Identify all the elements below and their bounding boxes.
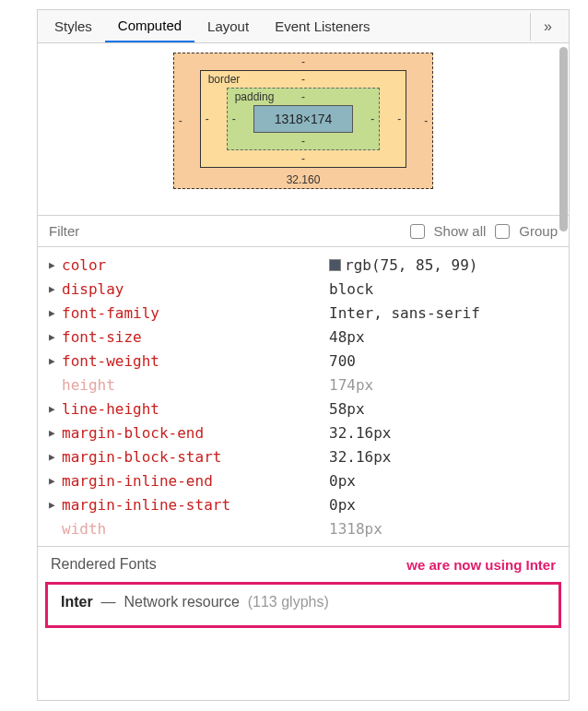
expand-triangle-icon[interactable]: ▶ xyxy=(49,403,62,415)
tabs-overflow[interactable]: » xyxy=(530,13,565,41)
property-row[interactable]: ▶colorrgb(75, 85, 99) xyxy=(38,253,569,277)
filter-bar: Show all Group xyxy=(38,216,569,247)
border-label: border xyxy=(208,73,241,86)
annotation-text: we are now using Inter xyxy=(406,557,556,573)
expand-triangle-icon[interactable]: ▶ xyxy=(49,355,62,367)
property-value: Inter, sans-serif xyxy=(329,304,480,322)
margin-top-value: - xyxy=(301,55,305,68)
tab-styles[interactable]: Styles xyxy=(41,11,105,41)
property-row[interactable]: ▶margin-inline-end0px xyxy=(38,468,569,492)
property-value: 0px xyxy=(329,496,356,514)
border-bottom-value: - xyxy=(301,152,305,165)
property-value: rgb(75, 85, 99) xyxy=(329,256,478,274)
property-row[interactable]: ▶font-weight700 xyxy=(38,349,569,373)
property-row[interactable]: height174px xyxy=(38,373,569,397)
property-name: width xyxy=(62,520,329,538)
margin-bottom-value: 32.160 xyxy=(287,173,321,186)
computed-property-list: ▶colorrgb(75, 85, 99)▶displayblock▶font-… xyxy=(38,247,569,546)
font-source: Network resource xyxy=(123,594,239,610)
property-name: display xyxy=(62,280,329,298)
border-top-value: - xyxy=(301,73,305,86)
property-row[interactable]: ▶margin-block-start32.16px xyxy=(38,444,569,468)
showall-checkbox[interactable] xyxy=(410,224,425,239)
padding-top-value: - xyxy=(301,90,305,103)
scrollbar-track xyxy=(559,47,568,691)
property-row[interactable]: ▶line-height58px xyxy=(38,397,569,421)
tab-computed[interactable]: Computed xyxy=(105,10,194,42)
font-sep: — xyxy=(101,594,116,610)
group-checkbox[interactable] xyxy=(495,224,510,239)
margin-right-value: - xyxy=(424,114,428,127)
border-right-value: - xyxy=(397,113,401,125)
property-value: 32.16px xyxy=(329,448,391,466)
property-value: 174px xyxy=(329,376,373,394)
property-name: font-family xyxy=(62,304,329,322)
property-row[interactable]: ▶font-size48px xyxy=(38,325,569,349)
box-model-content: 1318×174 xyxy=(253,105,354,133)
expand-triangle-icon[interactable]: ▶ xyxy=(49,451,62,463)
property-value: 1318px xyxy=(329,520,382,538)
property-row[interactable]: ▶displayblock xyxy=(38,277,569,301)
expand-triangle-icon[interactable]: ▶ xyxy=(49,331,62,343)
font-name: Inter xyxy=(61,594,93,610)
font-glyphs: (113 glyphs) xyxy=(243,594,329,610)
property-value: 0px xyxy=(329,472,356,490)
devtools-panel: Styles Computed Layout Event Listeners »… xyxy=(37,9,570,701)
rendered-fonts-label: Rendered Fonts xyxy=(51,556,157,573)
property-name: margin-block-end xyxy=(62,424,329,442)
property-name: height xyxy=(62,376,329,394)
box-model-border: border - - - - padding - - - - 1318×174 xyxy=(200,70,407,168)
expand-triangle-icon[interactable]: ▶ xyxy=(49,499,62,511)
property-name: font-size xyxy=(62,328,329,346)
property-name: margin-inline-start xyxy=(62,496,329,514)
box-model-margin: - - - 32.160 border - - - - padding - - … xyxy=(173,53,434,189)
padding-label: padding xyxy=(235,90,275,103)
showall-label: Show all xyxy=(434,223,487,239)
margin-left-value: - xyxy=(179,114,182,127)
expand-triangle-icon[interactable]: ▶ xyxy=(49,307,62,319)
border-left-value: - xyxy=(206,113,209,125)
filter-input[interactable] xyxy=(49,223,401,239)
padding-right-value: - xyxy=(370,113,374,125)
property-name: margin-inline-end xyxy=(62,472,329,490)
scrollbar-thumb[interactable] xyxy=(559,47,568,231)
tab-layout[interactable]: Layout xyxy=(194,11,262,41)
property-name: line-height xyxy=(62,400,329,418)
padding-left-value: - xyxy=(232,113,236,125)
property-row[interactable]: ▶margin-block-end32.16px xyxy=(38,421,569,444)
expand-triangle-icon[interactable]: ▶ xyxy=(49,283,62,295)
property-name: font-weight xyxy=(62,352,329,370)
box-model-diagram: - - - 32.160 border - - - - padding - - … xyxy=(38,43,569,215)
property-value: 32.16px xyxy=(329,424,391,442)
property-value: 48px xyxy=(329,328,365,346)
tab-event-listeners[interactable]: Event Listeners xyxy=(262,11,382,41)
expand-triangle-icon[interactable]: ▶ xyxy=(49,475,62,487)
padding-bottom-value: - xyxy=(301,135,305,148)
property-value: block xyxy=(329,280,373,298)
box-model-padding: padding - - - - 1318×174 xyxy=(227,88,381,150)
property-row[interactable]: ▶margin-inline-start0px xyxy=(38,492,569,516)
property-value: 700 xyxy=(329,352,356,370)
expand-triangle-icon[interactable]: ▶ xyxy=(49,259,62,271)
property-name: color xyxy=(62,256,329,274)
property-row[interactable]: width1318px xyxy=(38,516,569,540)
property-name: margin-block-start xyxy=(62,448,329,466)
expand-triangle-icon[interactable]: ▶ xyxy=(49,427,62,439)
group-label: Group xyxy=(519,223,558,239)
rendered-font-row: Inter — Network resource (113 glyphs) xyxy=(45,582,561,628)
property-value: 58px xyxy=(329,400,365,418)
rendered-fonts-heading: Rendered Fonts we are now using Inter xyxy=(38,546,569,578)
property-row[interactable]: ▶font-familyInter, sans-serif xyxy=(38,301,569,325)
tab-bar: Styles Computed Layout Event Listeners » xyxy=(38,10,569,43)
color-swatch[interactable] xyxy=(329,259,341,271)
